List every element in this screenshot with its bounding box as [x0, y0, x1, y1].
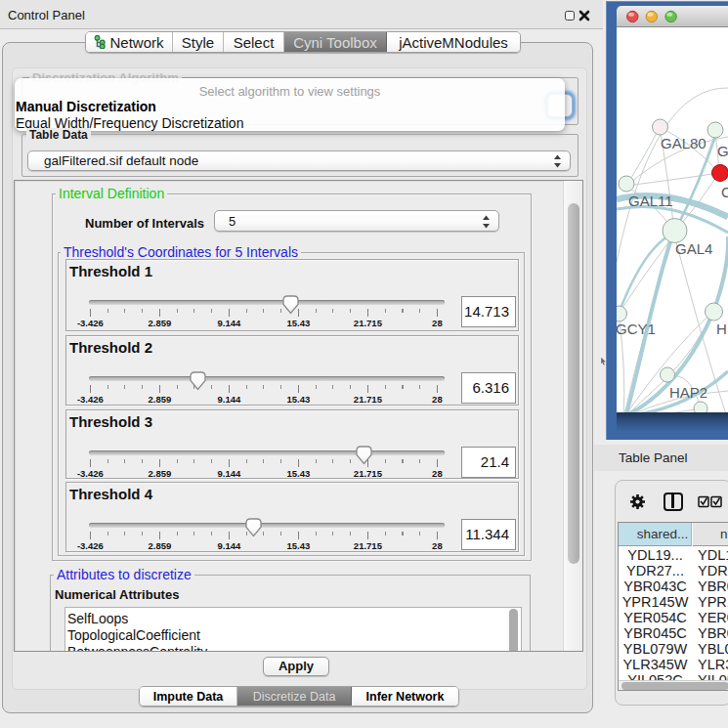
svg-text:GAL4: GAL4	[675, 240, 712, 257]
svg-text:HAP2: HAP2	[669, 384, 707, 401]
svg-text:C: C	[721, 184, 728, 200]
svg-text:GAL11: GAL11	[628, 193, 673, 209]
svg-text:GAL80: GAL80	[661, 135, 707, 151]
svg-text:GCY1: GCY1	[617, 321, 656, 337]
svg-text:G: G	[717, 143, 728, 159]
svg-text:H: H	[716, 321, 727, 337]
